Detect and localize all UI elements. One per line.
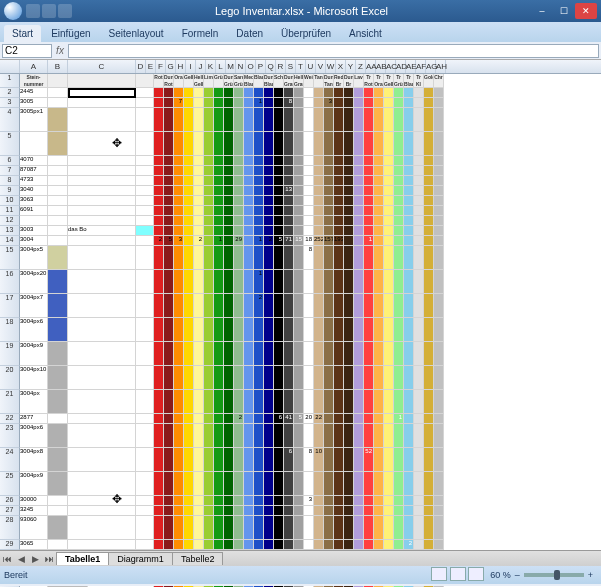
color-cell[interactable]: [274, 216, 284, 226]
color-cell[interactable]: [304, 98, 314, 108]
cell[interactable]: [136, 516, 154, 540]
color-cell[interactable]: [194, 496, 204, 506]
color-cell[interactable]: [344, 516, 354, 540]
color-cell[interactable]: [244, 294, 254, 318]
color-cell[interactable]: [364, 506, 374, 516]
color-cell[interactable]: [334, 176, 344, 186]
color-cell[interactable]: [234, 294, 244, 318]
cell[interactable]: [68, 414, 136, 424]
color-cell[interactable]: [294, 540, 304, 550]
color-cell[interactable]: [294, 196, 304, 206]
color-cell[interactable]: [154, 206, 164, 216]
color-cell[interactable]: [404, 424, 414, 448]
color-cell[interactable]: [324, 196, 334, 206]
color-cell[interactable]: [274, 496, 284, 506]
color-cell[interactable]: [174, 132, 184, 156]
color-cell[interactable]: [234, 246, 244, 270]
color-cell[interactable]: [384, 88, 394, 98]
color-cell[interactable]: [274, 108, 284, 132]
cell[interactable]: [136, 186, 154, 196]
color-cell[interactable]: [264, 496, 274, 506]
color-cell[interactable]: [244, 236, 254, 246]
tab-nav-last-icon[interactable]: ⏭: [42, 554, 56, 564]
color-cell[interactable]: [174, 496, 184, 506]
color-cell[interactable]: [184, 88, 194, 98]
color-cell[interactable]: [194, 196, 204, 206]
color-cell[interactable]: [164, 516, 174, 540]
color-cell[interactable]: [234, 226, 244, 236]
cell[interactable]: [68, 496, 136, 506]
color-cell[interactable]: [324, 88, 334, 98]
col-header[interactable]: AC: [386, 60, 396, 73]
col-header[interactable]: O: [246, 60, 256, 73]
color-cell[interactable]: 18: [304, 236, 314, 246]
color-cell[interactable]: [254, 540, 264, 550]
cell[interactable]: [136, 294, 154, 318]
color-cell[interactable]: [434, 88, 444, 98]
color-cell[interactable]: [334, 206, 344, 216]
color-cell[interactable]: [234, 424, 244, 448]
color-cell[interactable]: [154, 186, 164, 196]
color-cell[interactable]: [344, 216, 354, 226]
color-cell[interactable]: [224, 506, 234, 516]
col-header[interactable]: Z: [356, 60, 366, 73]
color-cell[interactable]: [294, 156, 304, 166]
cell-partnum[interactable]: 6091: [20, 206, 48, 216]
color-cell[interactable]: [324, 156, 334, 166]
color-cell[interactable]: [404, 166, 414, 176]
color-cell[interactable]: [234, 176, 244, 186]
color-cell[interactable]: [384, 366, 394, 390]
color-cell[interactable]: [274, 366, 284, 390]
color-cell[interactable]: [364, 88, 374, 98]
color-cell[interactable]: [274, 270, 284, 294]
color-cell[interactable]: [414, 176, 424, 186]
color-cell[interactable]: [234, 496, 244, 506]
color-cell[interactable]: [374, 98, 384, 108]
color-cell[interactable]: [374, 108, 384, 132]
color-cell[interactable]: [404, 516, 414, 540]
color-cell[interactable]: [234, 390, 244, 414]
cell-partnum[interactable]: 3065: [20, 540, 48, 550]
color-cell[interactable]: [284, 516, 294, 540]
color-cell[interactable]: [404, 156, 414, 166]
col-header[interactable]: B: [48, 60, 68, 73]
color-cell[interactable]: 2: [194, 236, 204, 246]
color-cell[interactable]: [184, 390, 194, 414]
color-cell[interactable]: [234, 342, 244, 366]
color-cell[interactable]: [164, 540, 174, 550]
color-cell[interactable]: [334, 98, 344, 108]
color-cell[interactable]: [374, 132, 384, 156]
color-cell[interactable]: [414, 448, 424, 472]
color-cell[interactable]: [394, 186, 404, 196]
color-cell[interactable]: 1: [394, 414, 404, 424]
color-cell[interactable]: 5: [294, 414, 304, 424]
color-cell[interactable]: [364, 108, 374, 132]
color-cell[interactable]: [334, 216, 344, 226]
color-cell[interactable]: [374, 414, 384, 424]
color-cell[interactable]: [414, 108, 424, 132]
color-cell[interactable]: [194, 390, 204, 414]
color-cell[interactable]: [434, 108, 444, 132]
color-cell[interactable]: [274, 98, 284, 108]
color-cell[interactable]: [244, 496, 254, 506]
col-header[interactable]: AB: [376, 60, 386, 73]
color-cell[interactable]: [354, 390, 364, 414]
ribbon-tab-daten[interactable]: Daten: [228, 25, 271, 42]
color-cell[interactable]: [214, 206, 224, 216]
color-cell[interactable]: [364, 186, 374, 196]
color-cell[interactable]: [334, 390, 344, 414]
color-cell[interactable]: [394, 424, 404, 448]
color-cell[interactable]: [244, 366, 254, 390]
color-cell[interactable]: [334, 516, 344, 540]
color-cell[interactable]: [304, 186, 314, 196]
color-cell[interactable]: [174, 88, 184, 98]
formula-bar[interactable]: [68, 44, 599, 58]
color-cell[interactable]: [224, 186, 234, 196]
color-cell[interactable]: [314, 98, 324, 108]
color-cell[interactable]: [354, 226, 364, 236]
color-cell[interactable]: [374, 448, 384, 472]
color-cell[interactable]: [184, 216, 194, 226]
color-cell[interactable]: [424, 176, 434, 186]
color-cell[interactable]: [264, 166, 274, 176]
color-cell[interactable]: [394, 166, 404, 176]
